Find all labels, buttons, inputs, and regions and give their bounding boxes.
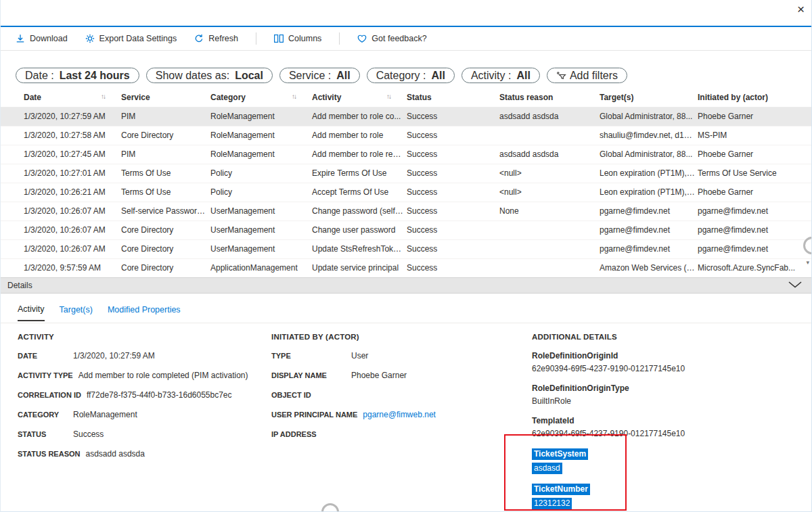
tab-targets[interactable]: Target(s) bbox=[60, 304, 93, 321]
field-value: BuiltInRole bbox=[532, 396, 571, 406]
scroll-down-icon[interactable]: ▾ bbox=[806, 259, 809, 266]
close-icon[interactable]: × bbox=[797, 3, 805, 16]
table-header-row: Date ↑↓ Service Category ↑↓ Activity ↑↓ … bbox=[1, 89, 812, 107]
cell-service: Core Directory bbox=[120, 258, 209, 277]
got-feedback-button[interactable]: Got feedback? bbox=[357, 34, 426, 43]
tabs-divider bbox=[1, 323, 811, 323]
field-label: CORRELATION ID bbox=[18, 390, 87, 400]
details-bar[interactable]: Details bbox=[1, 277, 811, 294]
add-filters-button[interactable]: Add filters bbox=[547, 68, 627, 83]
cell-date: 1/3/2020, 10:26:07 AM bbox=[1, 220, 120, 239]
table-row[interactable]: 1/3/2020, 10:26:07 AMCore DirectoryUserM… bbox=[1, 220, 812, 239]
column-header-initiated-by[interactable]: Initiated by (actor) bbox=[696, 89, 812, 107]
filter-pill-category[interactable]: Category : All bbox=[367, 68, 455, 83]
field-label: CATEGORY bbox=[18, 410, 73, 420]
column-header-status[interactable]: Status bbox=[405, 89, 498, 107]
field-label: DATE bbox=[18, 351, 73, 361]
cell-service: PIM bbox=[120, 145, 209, 164]
cell-service: Self-service Password M... bbox=[120, 202, 209, 220]
field-label: TemplateId bbox=[532, 416, 574, 425]
column-label: Service bbox=[121, 93, 150, 102]
cell-category: UserManagement bbox=[209, 202, 311, 220]
column-header-category[interactable]: Category ↑↓ bbox=[209, 89, 311, 107]
filter-bar: Date : Last 24 hours Show dates as: Loca… bbox=[16, 68, 627, 83]
field-value: ff72de78-f375-44f0-b733-16d6055bc7ec bbox=[87, 390, 232, 400]
field-label: TicketSystem bbox=[532, 448, 588, 460]
cell-date: 1/3/2020, 10:27:01 AM bbox=[1, 164, 120, 183]
cell-category: RoleManagement bbox=[209, 145, 311, 164]
field-label: RoleDefinitionOriginId bbox=[532, 351, 618, 360]
cell-service: Core Directory bbox=[120, 239, 209, 258]
field-value: 12312132 bbox=[532, 498, 572, 509]
table-row[interactable]: 1/3/2020, 10:27:45 AMPIMRoleManagementAd… bbox=[1, 145, 812, 164]
detail-field: USER PRINCIPAL NAMEpgarne@fimweb.net bbox=[271, 410, 525, 420]
cell-category: UserManagement bbox=[209, 220, 311, 239]
field-value-link[interactable]: pgarne@fimweb.net bbox=[363, 410, 436, 420]
detail-field: STATUS REASONasdsadd asdsda bbox=[18, 449, 265, 459]
detail-field: TemplateId62e90394-69f5-4237-9190-012177… bbox=[532, 416, 796, 439]
cell-service: Terms Of Use bbox=[120, 164, 209, 183]
cell-status-reason bbox=[498, 239, 598, 258]
table-row[interactable]: 1/3/2020, 10:27:59 AMPIMRoleManagementAd… bbox=[1, 107, 812, 126]
chevron-down-icon bbox=[788, 281, 802, 290]
column-label: Target(s) bbox=[600, 93, 633, 102]
cell-targets: Leon expiration (PT1M), ... bbox=[598, 164, 696, 183]
sort-icon: ↑↓ bbox=[292, 93, 296, 100]
cell-targets: Leon expiration (PT1M), ... bbox=[598, 183, 696, 202]
cell-service: Core Directory bbox=[120, 220, 209, 239]
cell-status: Success bbox=[405, 239, 498, 258]
column-label: Status bbox=[407, 93, 432, 102]
filter-pill-date[interactable]: Date : Last 24 hours bbox=[16, 68, 139, 83]
export-data-settings-button[interactable]: Export Data Settings bbox=[85, 34, 177, 43]
cell-activity: Add member to role req... bbox=[311, 145, 405, 164]
table-row[interactable]: 1/3/2020, 10:27:58 AMCore DirectoryRoleM… bbox=[1, 126, 812, 145]
audit-log-table: Date ↑↓ Service Category ↑↓ Activity ↑↓ … bbox=[1, 89, 812, 278]
field-value: 1/3/2020, 10:27:59 AM bbox=[73, 351, 155, 361]
tab-modified-properties[interactable]: Modified Properties bbox=[108, 304, 181, 321]
filter-pill-show-dates-as[interactable]: Show dates as: Local bbox=[146, 68, 273, 83]
cell-category: UserManagement bbox=[209, 239, 311, 258]
column-header-date[interactable]: Date ↑↓ bbox=[1, 89, 120, 107]
tab-activity[interactable]: Activity bbox=[18, 304, 45, 321]
cell-initiated-by: MS-PIM bbox=[696, 126, 812, 145]
table-row[interactable]: 1/3/2020, 10:26:21 AMTerms Of UsePolicyA… bbox=[1, 183, 812, 202]
filter-pill-service[interactable]: Service : All bbox=[279, 68, 360, 83]
additional-details-section: ADDITIONAL DETAILS RoleDefinitionOriginI… bbox=[532, 333, 796, 512]
table-row[interactable]: 1/3/2020, 10:26:07 AMSelf-service Passwo… bbox=[1, 202, 812, 220]
filter-label: Date : bbox=[25, 70, 54, 82]
table-row[interactable]: 1/3/2020, 9:57:59 AMCore DirectoryApplic… bbox=[1, 258, 812, 277]
cell-status-reason bbox=[498, 220, 598, 239]
cell-category: RoleManagement bbox=[209, 107, 311, 126]
column-header-activity[interactable]: Activity ↑↓ bbox=[311, 89, 405, 107]
cell-targets: pgarne@fimdev.net bbox=[598, 239, 696, 258]
cell-status: Success bbox=[405, 107, 498, 126]
detail-field: STATUSSuccess bbox=[18, 429, 265, 440]
table-row[interactable]: 1/3/2020, 10:27:01 AMTerms Of UsePolicyE… bbox=[1, 164, 812, 183]
detail-field: ACTIVITY TYPEAdd member to role complete… bbox=[18, 371, 265, 381]
cell-date: 1/3/2020, 10:27:59 AM bbox=[1, 107, 120, 126]
toolbar-divider bbox=[256, 32, 256, 45]
cell-status-reason: asdsadd asdsda bbox=[498, 107, 598, 126]
cell-activity: Change password (self-s... bbox=[311, 202, 405, 220]
cell-targets: shauliu@fimdev.net, d1e... bbox=[598, 126, 696, 145]
filter-pill-activity[interactable]: Activity : All bbox=[461, 68, 540, 83]
column-header-targets[interactable]: Target(s) bbox=[598, 89, 696, 107]
download-button[interactable]: Download bbox=[16, 34, 68, 43]
horizontal-scrollbar[interactable] bbox=[321, 503, 339, 512]
columns-button[interactable]: Columns bbox=[274, 34, 321, 43]
activity-fields: DATE1/3/2020, 10:27:59 AMACTIVITY TYPEAd… bbox=[18, 351, 265, 459]
refresh-button[interactable]: Refresh bbox=[194, 34, 238, 43]
cell-status: Success bbox=[405, 164, 498, 183]
refresh-label: Refresh bbox=[208, 34, 238, 43]
column-header-service[interactable]: Service bbox=[120, 89, 209, 107]
activity-section-heading: ACTIVITY bbox=[18, 333, 265, 341]
activity-section: ACTIVITY DATE1/3/2020, 10:27:59 AMACTIVI… bbox=[18, 333, 265, 469]
cell-status: Success bbox=[405, 220, 498, 239]
column-header-status-reason[interactable]: Status reason bbox=[498, 89, 598, 107]
table-row[interactable]: 1/3/2020, 10:26:07 AMCore DirectoryUserM… bbox=[1, 239, 812, 258]
cell-initiated-by: Phoebe Garner bbox=[696, 145, 812, 164]
filter-label: Activity : bbox=[471, 70, 512, 82]
cell-activity: Accept Terms Of Use bbox=[311, 183, 405, 202]
cell-service: Terms Of Use bbox=[120, 183, 209, 202]
detail-field: RoleDefinitionOriginId62e90394-69f5-4237… bbox=[532, 351, 796, 374]
